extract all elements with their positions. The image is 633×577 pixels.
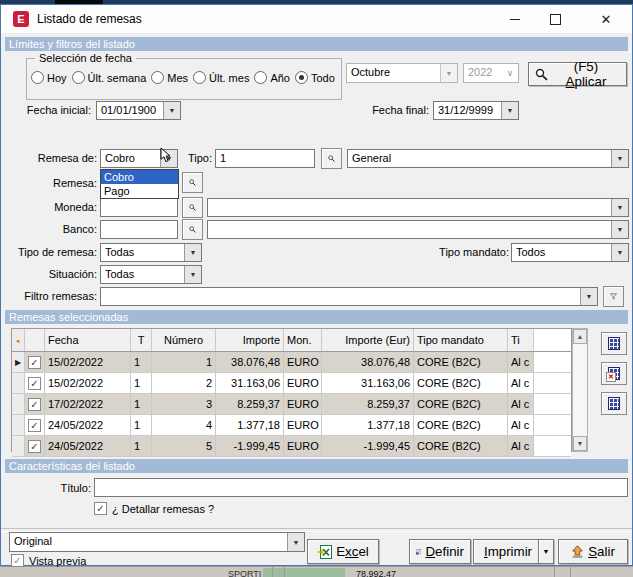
- radio-todo[interactable]: Todo: [295, 71, 335, 84]
- salir-button[interactable]: Salir: [558, 539, 628, 564]
- moneda-input[interactable]: [100, 198, 178, 217]
- banco-lookup-button[interactable]: [182, 219, 203, 240]
- cell-fecha: 17/02/2022: [45, 394, 131, 414]
- excel-label: Excel: [336, 544, 369, 559]
- row-check-cell[interactable]: ✓: [25, 394, 45, 414]
- tipo-lookup-button[interactable]: [321, 148, 342, 169]
- excel-button[interactable]: Excel: [307, 539, 379, 564]
- row-check-cell[interactable]: ✓: [25, 415, 45, 435]
- banco-input[interactable]: [100, 220, 178, 239]
- header-importe-eur[interactable]: Importe (Eur): [322, 329, 414, 351]
- detallar-label: ¿ Detallar remesas ?: [112, 503, 214, 515]
- header-mon[interactable]: Mon.: [284, 329, 322, 351]
- row-check-cell[interactable]: ✓: [25, 352, 45, 372]
- deselect-rows-button[interactable]: ✕: [601, 362, 627, 385]
- list-option-pago[interactable]: Pago: [101, 184, 178, 198]
- dropdown-arrow-icon[interactable]: ▼: [611, 221, 628, 238]
- tipo-input[interactable]: 1: [215, 149, 315, 168]
- radio-mes[interactable]: Mes: [151, 71, 188, 84]
- imprimir-button[interactable]: Imprimir: [473, 539, 539, 564]
- mouse-cursor: [160, 147, 172, 166]
- scroll-down-button[interactable]: ▼: [573, 436, 587, 451]
- moneda-lookup-button[interactable]: [182, 197, 203, 218]
- select-all-rows-button[interactable]: [601, 332, 627, 355]
- row-selector-cell: [12, 373, 25, 393]
- row-check-cell[interactable]: ✓: [25, 373, 45, 393]
- situacion-combo[interactable]: Todas ▼: [100, 265, 202, 284]
- red-x-badge-icon: ✕: [606, 372, 616, 382]
- detallar-remesas-checkbox-row[interactable]: ✓ ¿ Detallar remesas ?: [94, 502, 214, 515]
- dropdown-arrow-icon[interactable]: ▼: [580, 288, 597, 305]
- cell-mon: EURO: [284, 436, 322, 456]
- tipo-remesa-combo[interactable]: Todas ▼: [100, 243, 202, 262]
- dropdown-arrow-icon[interactable]: ▼: [440, 64, 457, 82]
- chevron-down-icon[interactable]: ∨: [502, 64, 518, 82]
- imprimir-split-arrow-button[interactable]: ▼: [538, 539, 554, 564]
- moneda-desc-combo[interactable]: ▼: [207, 198, 629, 217]
- checkbox-checked[interactable]: ✓: [28, 398, 41, 411]
- cell-ti: Al c: [508, 436, 534, 456]
- tipo-desc-combo[interactable]: General ▼: [347, 149, 629, 168]
- header-t[interactable]: T: [131, 329, 152, 351]
- table-row[interactable]: ✓ 15/02/2022 1 2 31.163,06 EURO 31.163,0…: [12, 373, 571, 394]
- dropdown-arrow-icon[interactable]: ▼: [163, 102, 180, 119]
- radio-ult-mes[interactable]: Últ. mes: [193, 71, 249, 84]
- radio-icon: [193, 71, 206, 84]
- cell-filler: [534, 373, 571, 393]
- titulo-input[interactable]: [94, 478, 628, 497]
- definir-button[interactable]: Definir: [409, 539, 471, 564]
- checkbox-checked[interactable]: ✓: [28, 356, 41, 369]
- dropdown-arrow-icon[interactable]: ▼: [501, 102, 518, 119]
- dropdown-arrow-icon[interactable]: ▼: [611, 150, 628, 167]
- checkbox-checked[interactable]: ✓: [11, 554, 24, 567]
- checkbox-checked[interactable]: ✓: [94, 502, 107, 515]
- checkbox-checked[interactable]: ✓: [28, 440, 41, 453]
- table-row[interactable]: ▶ ✓ 15/02/2022 1 1 38.076,48 EURO 38.076…: [12, 352, 571, 373]
- cell-mon: EURO: [284, 352, 322, 372]
- header-numero[interactable]: Número: [152, 329, 216, 351]
- dropdown-arrow-icon[interactable]: ▼: [287, 533, 304, 551]
- dropdown-arrow-icon[interactable]: ▼: [611, 244, 628, 261]
- maximize-button[interactable]: [538, 5, 572, 33]
- header-importe[interactable]: Importe: [216, 329, 284, 351]
- vista-previa-checkbox-row[interactable]: ✓ Vista previa: [11, 554, 86, 567]
- radio-label: Hoy: [47, 72, 67, 84]
- scroll-up-button[interactable]: ▲: [573, 329, 587, 344]
- table-row[interactable]: ✓ 17/02/2022 1 3 8.259,37 EURO 8.259,37 …: [12, 394, 571, 415]
- year-combo[interactable]: 2022 ∨: [463, 63, 519, 83]
- table-row[interactable]: ✓ 24/05/2022 1 4 1.377,18 EURO 1.377,18 …: [12, 415, 571, 436]
- dropdown-arrow-icon[interactable]: ▼: [184, 266, 201, 283]
- close-button[interactable]: ✕: [589, 5, 623, 33]
- checkbox-checked[interactable]: ✓: [28, 419, 41, 432]
- radio-ano[interactable]: Año: [254, 71, 290, 84]
- filter-button[interactable]: [603, 286, 624, 307]
- list-option-cobro[interactable]: Cobro: [101, 170, 178, 184]
- dropdown-arrow-icon[interactable]: ▼: [611, 199, 628, 216]
- apply-button[interactable]: (F5) Aplicar: [528, 62, 627, 86]
- header-fecha[interactable]: Fecha: [45, 329, 131, 351]
- table-row[interactable]: ✓ 24/05/2022 1 5 -1.999,45 EURO -1.999,4…: [12, 436, 571, 457]
- month-combo[interactable]: Octubre ▼: [346, 63, 458, 83]
- dropdown-arrow-icon[interactable]: ▼: [184, 244, 201, 261]
- minimize-button[interactable]: [498, 5, 532, 33]
- filtro-remesas-combo[interactable]: ▼: [100, 287, 598, 306]
- checkbox-checked[interactable]: ✓: [28, 377, 41, 390]
- cell-tipo-mandato: CORE (B2C): [414, 373, 508, 393]
- fecha-inicial-combo[interactable]: 01/01/1900 ▼: [96, 101, 181, 120]
- radio-ult-semana[interactable]: Últ. semana: [72, 71, 147, 84]
- table-scrollbar[interactable]: ▲ ▼: [572, 328, 588, 452]
- invert-selection-button[interactable]: [601, 392, 627, 415]
- radio-hoy[interactable]: Hoy: [31, 71, 67, 84]
- exit-icon: [571, 545, 584, 558]
- tipo-mandato-combo[interactable]: Todos ▼: [511, 243, 629, 262]
- fecha-final-combo[interactable]: 31/12/9999 ▼: [433, 101, 519, 120]
- remesa-lookup-button[interactable]: [182, 172, 203, 193]
- search-icon: [189, 176, 196, 189]
- cell-filler: [534, 352, 571, 372]
- banco-desc-combo[interactable]: ▼: [207, 220, 629, 239]
- header-ti[interactable]: Ti: [508, 329, 534, 351]
- row-check-cell[interactable]: ✓: [25, 436, 45, 456]
- title-bar[interactable]: E Listado de remesas ✕: [1, 5, 632, 33]
- report-format-combo[interactable]: Original ▼: [9, 532, 305, 552]
- header-tipo-mandato[interactable]: Tipo mandato: [414, 329, 508, 351]
